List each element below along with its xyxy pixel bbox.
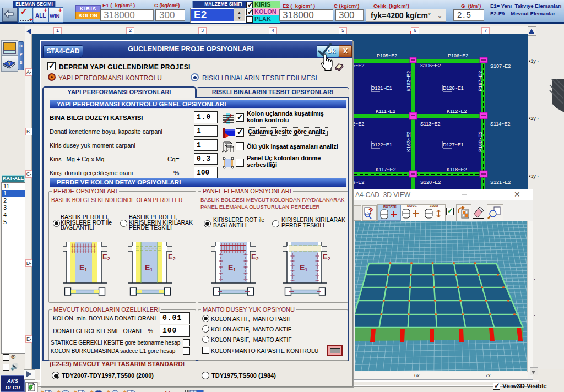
svg-text::+-: :+- bbox=[165, 390, 173, 392]
svg-text:P168~E2: P168~E2 bbox=[478, 132, 483, 152]
svg-text:D127~E1: D127~E1 bbox=[443, 142, 464, 148]
svg-text:K162~E2: K162~E2 bbox=[406, 71, 411, 91]
svg-text:S113~E2: S113~E2 bbox=[420, 121, 441, 127]
svg-text:S107~E2: S107~E2 bbox=[490, 63, 511, 69]
svg-text:D121~E1: D121~E1 bbox=[371, 85, 392, 91]
svg-text:?: ? bbox=[8, 61, 11, 66]
svg-text:S106~E2: S106~E2 bbox=[420, 63, 441, 68]
svg-text:S114~E2: S114~E2 bbox=[490, 121, 511, 127]
svg-text:K112~E2: K112~E2 bbox=[447, 108, 467, 114]
svg-text:P106~E2: P106~E2 bbox=[448, 53, 468, 58]
svg-text:S120~E2: S120~E2 bbox=[420, 179, 441, 185]
svg-text:K118~E2: K118~E2 bbox=[447, 167, 467, 172]
svg-text:K111~E2: K111~E2 bbox=[376, 108, 395, 114]
svg-text:S121~E2: S121~E2 bbox=[490, 179, 511, 185]
svg-text:K117~E2: K117~E2 bbox=[376, 167, 396, 172]
svg-text:D122~E1: D122~E1 bbox=[371, 142, 392, 148]
svg-text:P105~E2: P105~E2 bbox=[377, 53, 397, 58]
svg-text:K163~E2: K163~E2 bbox=[406, 132, 411, 152]
svg-text:P167~E2: P167~E2 bbox=[478, 71, 483, 91]
svg-text:D126~E1: D126~E1 bbox=[443, 85, 464, 91]
